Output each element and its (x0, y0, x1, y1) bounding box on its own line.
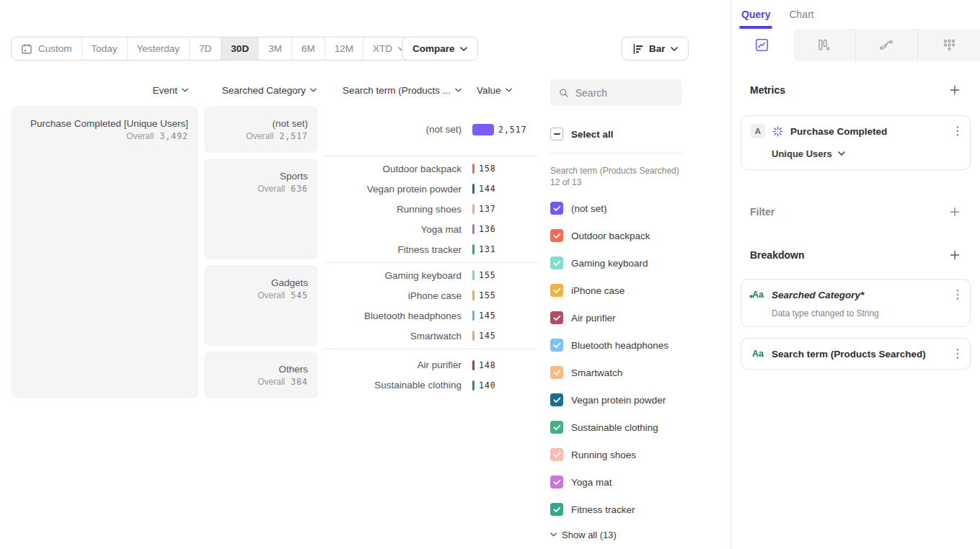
category-cell-sports[interactable]: SportsOverall636 (204, 159, 318, 259)
legend-item-smartwatch[interactable]: Smartwatch (550, 359, 682, 386)
plus-icon (950, 207, 960, 217)
metrics-section-header: Metrics (741, 83, 971, 97)
legend-checkbox[interactable] (550, 503, 563, 516)
funnels-tab[interactable] (793, 29, 855, 61)
range-custom[interactable]: Custom (12, 37, 82, 60)
table-row-air-purifier[interactable]: Air purifier148 (324, 355, 538, 375)
table-row-smartwatch[interactable]: Smartwatch145 (324, 326, 538, 346)
column-header-value[interactable]: Value (467, 85, 538, 96)
range-today[interactable]: Today (82, 37, 128, 60)
category-cell-gadgets[interactable]: GadgetsOverall545 (204, 265, 318, 346)
table-row-fitness-tracker[interactable]: Fitness tracker131 (324, 239, 538, 259)
search-box[interactable] (550, 79, 682, 106)
legend-label: Running shoes (571, 450, 636, 460)
flows-tab[interactable] (855, 29, 918, 61)
chart-type-button[interactable]: Bar (622, 37, 689, 61)
legend-checkbox[interactable] (550, 339, 563, 352)
term-label: iPhone case (324, 290, 467, 301)
legend-checkbox[interactable] (550, 393, 563, 406)
table-row-bluetooth-headphones[interactable]: Bluetooth headphones145 (324, 305, 538, 326)
metric-menu-button[interactable] (955, 124, 961, 138)
legend-item-yoga-mat[interactable]: Yoga mat (550, 468, 682, 496)
legend-item-bluetooth-headphones[interactable]: Bluetooth headphones (550, 331, 682, 359)
legend-label: Fitness tracker (571, 504, 635, 515)
legend-label: Vegan protein powder (571, 395, 666, 406)
table-row-sustainable-clothing[interactable]: Sustainable clothing140 (324, 375, 538, 396)
legend-checkbox[interactable] (550, 256, 563, 269)
range-12m[interactable]: 12M (325, 37, 363, 60)
legend-item-vegan-protein-powder[interactable]: Vegan protein powder (550, 386, 682, 414)
legend-item-gaming-keyboard[interactable]: Gaming keyboard (550, 249, 682, 277)
breakdown-menu-button[interactable] (955, 347, 961, 361)
table-row-running-shoes[interactable]: Running shoes137 (324, 199, 538, 219)
string-property-icon: Aa* (751, 290, 765, 300)
legend-item-sustainable-clothing[interactable]: Sustainable clothing (550, 414, 682, 441)
legend-checkbox[interactable] (550, 284, 563, 297)
legend-checkbox[interactable] (550, 202, 563, 215)
range-3m[interactable]: 3M (259, 37, 292, 60)
table-row-vegan-protein-powder[interactable]: Vegan protein powder144 (324, 179, 538, 199)
legend-checkbox[interactable] (550, 476, 563, 488)
check-icon (553, 287, 561, 294)
breakdown-card-searched-category[interactable]: Aa*Searched Category*Data type changed t… (741, 279, 971, 327)
add-breakdown-button[interactable] (948, 249, 961, 262)
table-row-iphone-case[interactable]: iPhone case155 (324, 285, 538, 305)
search-input[interactable] (575, 87, 674, 99)
insights-tab[interactable] (731, 29, 793, 61)
select-all-row[interactable]: Select all (550, 128, 682, 140)
table-row-gaming-keyboard[interactable]: Gaming keyboard155 (324, 265, 538, 285)
range-6m[interactable]: 6M (292, 37, 325, 60)
filter-section-header: Filter (741, 205, 971, 219)
legend-checkbox[interactable] (550, 366, 563, 379)
select-all-checkbox[interactable] (550, 128, 563, 140)
legend-item-fitness-tracker[interactable]: Fitness tracker (550, 496, 682, 523)
compare-button[interactable]: Compare (402, 37, 478, 61)
legend-checkbox[interactable] (550, 311, 563, 324)
measure-dropdown[interactable]: Unique Users (772, 147, 961, 160)
show-all-button[interactable]: Show all (13) (550, 525, 682, 544)
retention-tab[interactable] (917, 29, 980, 61)
group-others: OthersOverall384Air purifier148Sustainab… (204, 352, 538, 398)
category-cell-not-set[interactable]: (not set)Overall2,517 (204, 106, 318, 153)
breakdown-table: Purchase Completed [Unique Users] Overal… (11, 106, 538, 398)
indeterminate-minus-icon (554, 133, 560, 135)
breakdown-menu-button[interactable] (955, 287, 961, 302)
legend-checkbox[interactable] (550, 448, 563, 461)
range-yesterday[interactable]: Yesterday (128, 37, 190, 60)
legend-checkbox[interactable] (550, 421, 563, 434)
value-bar (472, 360, 474, 370)
legend-item-running-shoes[interactable]: Running shoes (550, 441, 682, 468)
range-30d[interactable]: 30D (221, 37, 259, 60)
legend-item-outdoor-backpack[interactable]: Outdoor backpack (550, 222, 682, 249)
compare-label: Compare (412, 43, 455, 54)
term-label: (not set) (324, 124, 467, 135)
table-row-outdoor-backpack[interactable]: Outdoor backpack158 (324, 159, 538, 179)
modified-asterisk-icon: * (749, 293, 753, 303)
add-metric-button[interactable] (948, 84, 961, 97)
term-label: Smartwatch (324, 331, 467, 342)
category-name: Others (214, 363, 308, 375)
add-filter-button[interactable] (948, 205, 961, 218)
range-7d[interactable]: 7D (190, 37, 221, 60)
kebab-menu-icon (956, 289, 959, 300)
legend-item-air-purifier[interactable]: Air purifier (550, 304, 682, 331)
value-label: 158 (479, 164, 496, 174)
metric-card[interactable]: A Purchase Completed (741, 115, 971, 170)
category-overall-value: 545 (291, 290, 308, 300)
column-header-searched-category[interactable]: Searched Category (204, 85, 318, 96)
legend-checkbox[interactable] (550, 229, 563, 242)
breakdown-card-search-term-products-searched[interactable]: AaSearch term (Products Searched) (741, 338, 971, 370)
event-cell[interactable]: Purchase Completed [Unique Users] Overal… (11, 106, 198, 398)
column-header-event[interactable]: Event (11, 85, 198, 96)
tab-query[interactable]: Query (741, 0, 770, 29)
legend-item-not-set[interactable]: (not set) (550, 195, 682, 222)
tab-chart[interactable]: Chart (789, 0, 813, 29)
chevron-down-icon (671, 47, 678, 51)
table-row-not-set[interactable]: (not set)2,517 (324, 120, 538, 140)
category-cell-others[interactable]: OthersOverall384 (204, 352, 318, 398)
legend-item-iphone-case[interactable]: iPhone case (550, 277, 682, 304)
horizontal-bar-chart-icon (632, 44, 644, 54)
column-header-search-term[interactable]: Search term (Products ... (324, 85, 467, 96)
term-label: Yoga mat (324, 224, 467, 235)
table-row-yoga-mat[interactable]: Yoga mat136 (324, 219, 538, 239)
